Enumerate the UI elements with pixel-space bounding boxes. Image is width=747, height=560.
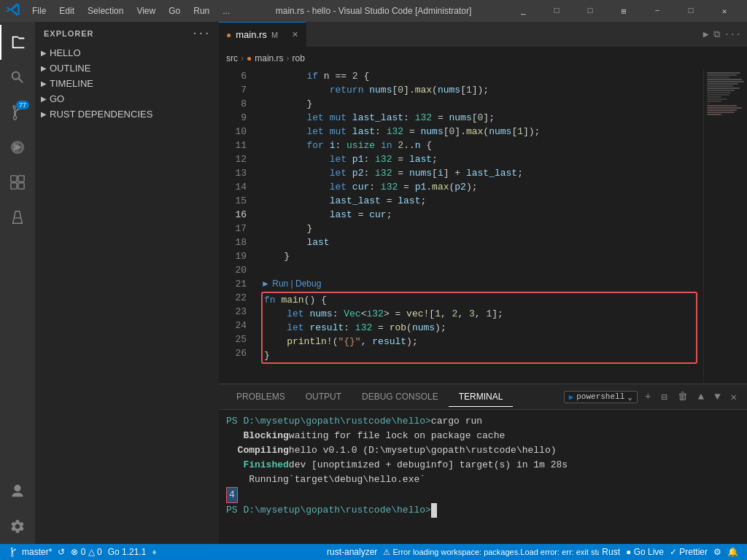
powershell-label: powershell: [576, 392, 624, 401]
activity-settings[interactable]: [0, 509, 35, 544]
activity-source-control[interactable]: 77: [0, 95, 35, 130]
terminal-cmd-1: cargo run: [431, 414, 482, 429]
status-bar: master* ↺ ⊗ 0 △ 0 Go 1.21.1 ♦ rust-analy…: [0, 544, 747, 560]
code-line-15: last_last = last;: [261, 194, 697, 208]
panel: PROBLEMS OUTPUT DEBUG CONSOLE TERMINAL ▶…: [219, 384, 747, 544]
activity-run[interactable]: [0, 130, 35, 165]
code-line-8: }: [261, 97, 697, 111]
split-terminal-button[interactable]: ⊟: [658, 389, 670, 405]
activity-extensions[interactable]: [0, 165, 35, 200]
breadcrumb-filename[interactable]: main.rs: [255, 53, 283, 63]
sync-status[interactable]: ↺: [55, 547, 68, 557]
more-actions-icon[interactable]: ···: [724, 29, 741, 40]
sidebar-item-go[interactable]: ▶ GO: [35, 91, 219, 106]
tab-problems[interactable]: PROBLEMS: [226, 387, 295, 406]
powershell-icon: ▶: [569, 392, 574, 402]
menu-more[interactable]: ...: [217, 4, 236, 18]
code-line-11: for i: usize in 2..n {: [261, 139, 697, 152]
go-live-status[interactable]: ● Go Live: [623, 547, 667, 557]
prettier-status[interactable]: ✓ Prettier: [667, 547, 711, 557]
title-bar: File Edit Selection View Go Run ... main…: [0, 0, 747, 22]
sidebar-item-rust-deps[interactable]: ▶ RUST DEPENDENCIES: [35, 106, 219, 122]
sidebar-item-hello[interactable]: ▶ HELLO: [35, 45, 219, 61]
panel-tab-actions: ▶ powershell ⌄ + ⊟ 🗑 ▲ ▼ ✕: [564, 389, 740, 405]
menu-selection[interactable]: Selection: [82, 4, 129, 18]
kill-terminal-button[interactable]: 🗑: [675, 389, 691, 404]
menu-run[interactable]: Run: [187, 4, 215, 18]
line-num-24: 24: [219, 319, 247, 332]
code-line-25: }: [264, 349, 694, 362]
main-layout: 77 EXPLORER ··· ▶ HELLO ▶ OUTLINE: [0, 22, 747, 544]
tab-debug-console[interactable]: DEBUG CONSOLE: [352, 387, 449, 406]
close-button[interactable]: ✕: [708, 0, 741, 22]
breadcrumb-src[interactable]: src: [226, 53, 238, 63]
activity-search[interactable]: [0, 60, 35, 95]
status-bar-right: rust-analyzer ⚠ Error loading workspace:…: [324, 547, 741, 557]
run-debug-link[interactable]: ► Run | Debug: [261, 277, 697, 290]
tab-output[interactable]: OUTPUT: [295, 387, 352, 406]
terminal-finished-label: Finished: [226, 458, 289, 472]
tab-main-rs[interactable]: ● main.rs M ✕: [219, 22, 306, 47]
layout-button[interactable]: ⊞: [607, 0, 640, 22]
breadcrumb-file-icon: ●: [247, 53, 252, 63]
terminal-blocking-text: waiting for file lock on package cache: [289, 429, 505, 443]
close-panel-button[interactable]: ✕: [728, 389, 740, 405]
breadcrumb-symbol[interactable]: rob: [293, 53, 305, 63]
minimap-line: [707, 105, 737, 106]
line-num-22: 22: [219, 291, 247, 305]
window-controls: ⎯ □ □ ⊞ − □ ✕: [506, 0, 741, 22]
dropdown-icon: ⌄: [627, 392, 632, 402]
sidebar-actions[interactable]: ···: [192, 28, 210, 39]
notification-icon-status[interactable]: 🔔: [724, 547, 741, 557]
window-title: main.rs - hello - Visual Studio Code [Ad…: [276, 6, 472, 16]
minimize-button[interactable]: ⎯: [506, 0, 540, 22]
menu-view[interactable]: View: [131, 4, 161, 18]
rust-analyzer-status[interactable]: rust-analyzer: [324, 547, 380, 557]
minimize2-button[interactable]: −: [640, 0, 674, 22]
new-terminal-button[interactable]: +: [642, 389, 654, 404]
tab-close-button[interactable]: ✕: [292, 30, 298, 39]
tab-terminal[interactable]: TERMINAL: [449, 387, 514, 407]
svg-marker-0: [15, 144, 20, 150]
split-editor-icon[interactable]: ⧉: [713, 29, 720, 40]
menu-go[interactable]: Go: [163, 4, 186, 18]
breadcrumb-bar: src › ● main.rs › rob: [219, 47, 747, 69]
rust-file-icon: ●: [226, 30, 231, 40]
rust-error-status[interactable]: ⚠ Error loading workspace: packages.Load…: [380, 547, 599, 557]
maximize-panel-button[interactable]: ▲: [695, 389, 707, 404]
menu-bar: File Edit Selection View Go Run ...: [26, 4, 236, 18]
errors-status[interactable]: ⊗ 0 △ 0: [68, 547, 104, 557]
line-num-14: 14: [219, 180, 247, 194]
minimap-line: [707, 96, 721, 98]
terminal-selector[interactable]: ▶ powershell ⌄: [564, 391, 638, 403]
sidebar-item-timeline[interactable]: ▶ TIMELINE: [35, 76, 219, 91]
line-num-10: 10: [219, 125, 247, 139]
code-lines[interactable]: if n == 2 { return nums[0].max(nums[1]);…: [255, 69, 703, 384]
activity-explorer[interactable]: [0, 25, 35, 60]
language-status[interactable]: Rust: [599, 547, 623, 557]
maximize2-button[interactable]: □: [674, 0, 708, 22]
run-icon[interactable]: ▶: [703, 28, 709, 40]
minimize-panel-button[interactable]: ▼: [711, 389, 723, 404]
maximize-button[interactable]: □: [540, 0, 573, 22]
go-version-status[interactable]: Go 1.21.1: [105, 547, 150, 557]
git-branch-label: master*: [22, 547, 52, 557]
arrow-icon: ▶: [41, 110, 47, 118]
terminal-finished-text: dev [unoptimized + debuginfo] target(s) …: [289, 458, 568, 472]
sidebar-label-go: GO: [50, 93, 64, 104]
activity-account[interactable]: [0, 474, 35, 509]
settings-icon-status[interactable]: ⚙: [711, 547, 724, 557]
git-branch-status[interactable]: master*: [6, 547, 55, 557]
sidebar-item-outline[interactable]: ▶ OUTLINE: [35, 61, 219, 76]
go-icon-status[interactable]: ♦: [149, 547, 159, 557]
menu-file[interactable]: File: [26, 4, 52, 18]
restore-button[interactable]: □: [573, 0, 607, 22]
activity-test[interactable]: [0, 200, 35, 235]
terminal-content[interactable]: PS D:\mysetup\gopath\rustcode\hello> car…: [219, 410, 747, 544]
status-bar-left: master* ↺ ⊗ 0 △ 0 Go 1.21.1 ♦: [6, 547, 160, 557]
menu-edit[interactable]: Edit: [53, 4, 80, 18]
svg-rect-1: [11, 176, 17, 182]
code-editor[interactable]: 6 7 8 9 10 11 12 13 14 15 16 17 18 19 20…: [219, 69, 703, 384]
editor-area: ● main.rs M ✕ ▶ ⧉ ··· src › ● main.rs › …: [219, 22, 747, 544]
tab-bar: ● main.rs M ✕ ▶ ⧉ ···: [219, 22, 747, 47]
